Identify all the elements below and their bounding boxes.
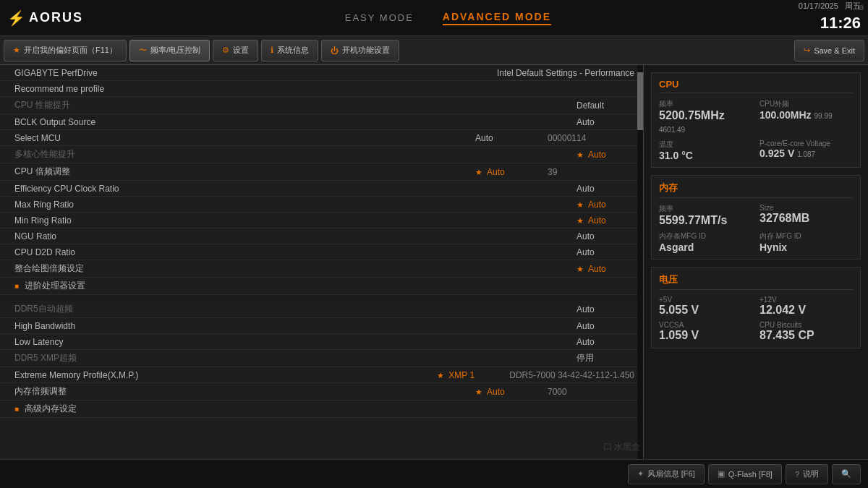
setting-value-12: ★ Auto [576, 264, 634, 274]
setting-row-20: 内存倍频调整★ Auto7000 [0, 383, 643, 401]
logo-icon: ⚡ [7, 9, 25, 27]
biscuit-item: CPU Biscuits 87.435 CP [760, 321, 853, 342]
setting-name-10: NGU Ratio [14, 231, 576, 241]
setting-name-3: BCLK Output Source [14, 117, 576, 127]
setting-name-8: Max Ring Ratio [14, 200, 576, 210]
cpu-temp-item: 温度 31.0 °C [659, 140, 752, 161]
setting-value-4: Auto [475, 133, 533, 143]
nav-boot-label: 开机功能设置 [342, 45, 390, 56]
nav-freq-label: 频率/电压控制 [150, 45, 200, 56]
mode-bar: EASY MODE ADVANCED MODE [98, 11, 799, 25]
logo-text: AORUS [29, 10, 83, 25]
fan-info-button[interactable]: ✦ 风扇信息 [F6] [628, 464, 705, 484]
setting-value-15: Auto [576, 304, 634, 314]
setting-row-21[interactable]: ■ 高级内存设定 [0, 401, 643, 418]
search-icon: 🔍 [841, 469, 851, 479]
advanced-mode-button[interactable]: ADVANCED MODE [443, 11, 551, 25]
setting-row-16: High BandwidthAuto [0, 318, 643, 334]
gear-icon: ⚙ [222, 46, 229, 55]
setting-value-17: Auto [576, 337, 634, 347]
setting-row-4: Select MCUAuto00000114 [0, 130, 643, 146]
setting-row-13[interactable]: ■ 进阶处理器设置 [0, 278, 643, 295]
cpu-ext-label: CPU外频 [760, 99, 853, 109]
setting-name-6: CPU 倍频调整 [14, 166, 475, 178]
setting-name-12: 整合绘图倍频设定 [14, 262, 576, 275]
qflash-button[interactable]: ▣ Q-Flash [F8] [708, 464, 782, 484]
setting-name-0: GIGABYTE PerfDrive [14, 68, 497, 78]
v12-item: +12V 12.042 V [760, 296, 853, 317]
nav-boot-button[interactable]: ⏻ 开机功能设置 [321, 40, 399, 61]
setting-row-3: BCLK Output SourceAuto [0, 114, 643, 130]
mem-info-section: 内存 频率 5599.77MT/s Size 32768MB 内存条MFG ID… [651, 175, 861, 260]
mem-section-title: 内存 [659, 181, 853, 198]
setting-extra-4: 00000114 [548, 133, 634, 143]
nav-freq-button[interactable]: 〜 频率/电压控制 [129, 40, 210, 61]
question-icon: ? [795, 470, 799, 479]
v5-item: +5V 5.055 V [659, 296, 752, 317]
cpu-voltage-item: P-core/E-core Voltage 0.925 V 1.087 [760, 140, 853, 161]
setting-row-8: Max Ring Ratio★ Auto [0, 197, 643, 213]
right-panel: CPU 频率 5200.75MHz 4601.49 CPU外频 100.00MH… [644, 65, 868, 459]
nav-save-exit-button[interactable]: ↪ Save & Exit [794, 40, 864, 61]
setting-extra-19: DDR5-7000 34-42-42-112-1.450 [509, 370, 634, 380]
star-icon: ★ [13, 46, 20, 55]
nav-bar: ★ 开启我的偏好页面（F11） 〜 频率/电压控制 ⚙ 设置 ℹ 系统信息 ⏻ … [0, 36, 868, 65]
v12-value: 12.042 V [760, 304, 853, 317]
setting-value-5: ★ Auto [576, 150, 634, 160]
nav-favorites-button[interactable]: ★ 开启我的偏好页面（F11） [4, 40, 127, 61]
setting-extra-20: 7000 [548, 387, 634, 397]
voltage-info-section: 电压 +5V 5.055 V +12V 12.042 V VCCSA 1.059… [651, 267, 861, 348]
datetime: 01/17/2025 周五 11:26 [799, 1, 861, 34]
setting-name-11: CPU D2D Ratio [14, 247, 576, 257]
freq-icon: 〜 [139, 45, 147, 56]
setting-name-21: ■ 高级内存设定 [14, 403, 634, 415]
v5-value: 5.055 V [659, 304, 752, 317]
cpu-info-grid: 频率 5200.75MHz 4601.49 CPU外频 100.00MHz 99… [659, 99, 853, 161]
setting-value-20: ★ Auto [475, 387, 533, 397]
easy-mode-button[interactable]: EASY MODE [345, 12, 414, 23]
setting-value-6: ★ Auto [475, 167, 533, 177]
setting-name-2: CPU 性能提升 [14, 99, 576, 111]
watermark: 口 水黑盒 [603, 441, 640, 453]
main-content: GIGABYTE PerfDriveIntel Default Settings… [0, 65, 868, 459]
setting-row-6: CPU 倍频调整★ Auto39 [0, 163, 643, 181]
vccsa-value: 1.059 V [659, 329, 752, 342]
cpu-info-section: CPU 频率 5200.75MHz 4601.49 CPU外频 100.00MH… [651, 72, 861, 168]
setting-row-15: DDR5自动超频Auto [0, 301, 643, 318]
setting-name-13: ■ 进阶处理器设置 [14, 280, 634, 292]
help-button[interactable]: ? 说明 [786, 464, 828, 484]
biscuit-label: CPU Biscuits [760, 321, 853, 329]
mem-size-label: Size [760, 204, 853, 212]
setting-name-15: DDR5自动超频 [14, 303, 576, 315]
nav-settings-label: 设置 [233, 45, 249, 56]
setting-name-17: Low Latency [14, 337, 576, 347]
nav-settings-button[interactable]: ⚙ 设置 [213, 40, 258, 61]
nav-favorites-label: 开启我的偏好页面（F11） [24, 45, 117, 56]
setting-row-17: Low LatencyAuto [0, 334, 643, 350]
v12-label: +12V [760, 296, 853, 304]
setting-name-7: Efficiency CPU Clock Ratio [14, 184, 576, 194]
flash-icon: ▣ [718, 469, 725, 479]
setting-row-12: 整合绘图倍频设定★ Auto [0, 260, 643, 278]
setting-name-20: 内存倍频调整 [14, 385, 475, 398]
mem-mfg2-item: 内存 MFG ID Hynix [760, 231, 853, 253]
scrollbar-thumb[interactable] [637, 72, 643, 130]
voltage-section-title: 电压 [659, 273, 853, 290]
vccsa-label: VCCSA [659, 321, 752, 329]
setting-row-11: CPU D2D RatioAuto [0, 244, 643, 260]
setting-row-5: 多核心性能提升★ Auto [0, 146, 643, 163]
settings-small-icon[interactable]: ⚙ [858, 4, 864, 12]
nav-save-label: Save & Exit [814, 46, 855, 55]
logo: ⚡ AORUS [7, 9, 83, 27]
setting-value-0: Intel Default Settings - Performance [497, 68, 634, 78]
search-button[interactable]: 🔍 [832, 464, 861, 484]
save-icon: ↪ [804, 46, 810, 55]
nav-sysinfo-button[interactable]: ℹ 系统信息 [261, 40, 318, 61]
setting-value-3: Auto [576, 117, 634, 127]
cpu-freq-item: 频率 5200.75MHz 4601.49 [659, 99, 752, 135]
scrollbar-track [637, 65, 643, 459]
mem-mfg1-label: 内存条MFG ID [659, 231, 752, 241]
setting-row-1: Recommend me profile [0, 81, 643, 97]
cpu-freq-label: 频率 [659, 99, 752, 109]
setting-extra-6: 39 [548, 167, 634, 177]
